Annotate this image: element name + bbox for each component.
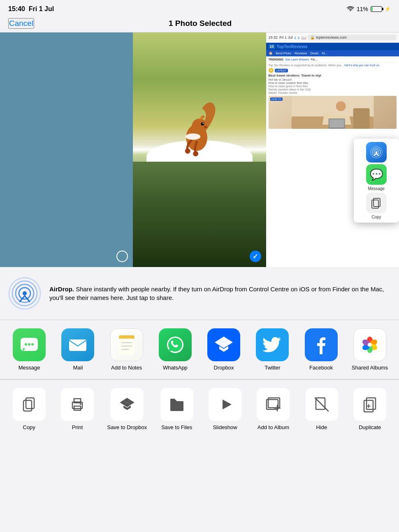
action-item-save-files[interactable]: Save to Files — [158, 388, 195, 430]
action-label-hide: Hide — [316, 424, 327, 430]
blue-photo — [0, 33, 133, 267]
message-popup-label: Message — [368, 186, 385, 191]
status-time-date: 15:40 Fri 1 Jul — [8, 5, 54, 13]
action-label-copy: Copy — [23, 424, 35, 430]
svg-rect-32 — [119, 338, 135, 339]
app-item-facebook[interactable]: Facebook — [303, 328, 340, 371]
svg-point-26 — [25, 343, 27, 346]
app-label-mail: Mail — [73, 365, 83, 371]
app-label-twitter: Twitter — [264, 365, 280, 371]
svg-point-3 — [203, 123, 204, 124]
shared-albums-app-icon — [353, 328, 386, 361]
wifi-icon — [347, 6, 354, 12]
action-item-print[interactable]: Print — [59, 388, 96, 430]
article-2: Hot tub vs Jacuzzi — [269, 78, 397, 81]
app-item-dropbox[interactable]: Dropbox — [205, 328, 242, 371]
article-1: Best travel strollers: Travel in styl — [269, 74, 397, 77]
save-files-action-icon — [160, 388, 193, 421]
photo-cell-2[interactable] — [133, 33, 266, 267]
add-album-action-icon — [257, 388, 290, 421]
action-item-hide[interactable]: Hide — [303, 388, 340, 430]
apps-row: Message Mail Add to Notes — [0, 320, 399, 379]
svg-rect-29 — [69, 339, 86, 351]
howto-image: HOW TO — [269, 96, 397, 129]
svg-point-55 — [80, 403, 81, 405]
latest-tag: LATEST — [275, 69, 288, 72]
copy-popup-label: Copy — [371, 215, 381, 219]
twitter-app-icon — [256, 328, 289, 361]
browser-toolbar: 15:32 Fri 1 Jul ‹ › 📖 🔒 toptenreviews.co… — [266, 33, 399, 43]
svg-point-4 — [204, 126, 208, 128]
select-circle-3[interactable] — [383, 251, 394, 262]
app-label-message: Message — [19, 365, 40, 371]
browser-content-area: TRENDING Gas Lawn Mowers Pat... Top Ten … — [266, 56, 399, 130]
notes-app-icon — [110, 328, 143, 361]
svg-point-11 — [336, 101, 346, 111]
browser-back: ‹ — [294, 34, 296, 41]
squirrel-svg — [173, 68, 226, 197]
message-app-icon — [13, 328, 46, 361]
copy-popup-icon — [366, 193, 387, 213]
svg-marker-62 — [223, 400, 232, 409]
browser-bookmark: 📖 — [301, 35, 306, 40]
status-bar: 15:40 Fri 1 Jul 11% ⚡ — [0, 0, 399, 16]
svg-rect-50 — [26, 398, 34, 409]
svg-rect-51 — [23, 400, 32, 411]
nav-deals: Deals — [310, 51, 318, 55]
charging-bolt-icon: ⚡ — [385, 6, 391, 12]
article-5: Family vacation ideas in the USA — [269, 88, 397, 91]
mail-app-icon — [61, 328, 94, 361]
action-item-add-album[interactable]: Add to Album — [255, 388, 292, 430]
sponsor-note: Top Ten Reviews is supported by its audi… — [269, 64, 397, 67]
browser-date: Fri 1 Jul — [279, 35, 292, 39]
nav-more: M... — [322, 51, 327, 55]
app-item-shared-albums[interactable]: Shared Albums — [351, 328, 388, 371]
message-popup-app-icon: 💬 — [366, 164, 387, 185]
brand-name: TopTenReviews — [277, 44, 308, 49]
nav-reviews: Reviews — [295, 51, 307, 55]
action-label-save-dropbox: Save to Dropbox — [107, 424, 147, 430]
app-item-notes[interactable]: Add to Notes — [108, 328, 145, 371]
app-label-whatsapp: WhatsApp — [163, 365, 188, 371]
svg-point-7 — [186, 133, 200, 140]
battery-percent: 11% — [357, 6, 368, 12]
browser-time: 15:32 — [269, 35, 278, 39]
action-item-duplicate[interactable]: Duplicate — [351, 388, 388, 430]
photo-cell-3[interactable]: 15:32 Fri 1 Jul ‹ › 📖 🔒 toptenreviews.co… — [266, 33, 399, 267]
app-item-mail[interactable]: Mail — [59, 328, 96, 371]
svg-point-24 — [23, 291, 27, 295]
action-label-add-album: Add to Album — [257, 424, 289, 430]
page-title: 1 Photo Selected — [169, 19, 232, 28]
select-circle-2[interactable] — [250, 251, 261, 262]
action-label-slideshow: Slideshow — [213, 424, 237, 430]
app-label-notes: Add to Notes — [111, 365, 142, 371]
svg-point-5 — [185, 148, 190, 153]
svg-point-28 — [31, 343, 34, 346]
action-item-copy[interactable]: Copy — [11, 388, 48, 430]
app-item-twitter[interactable]: Twitter — [254, 328, 291, 371]
print-action-icon — [61, 388, 94, 421]
svg-rect-69 — [367, 398, 376, 409]
svg-point-6 — [193, 151, 198, 156]
svg-point-2 — [201, 122, 204, 125]
action-label-duplicate: Duplicate — [359, 424, 381, 430]
photo-cell-1[interactable] — [0, 33, 133, 267]
article-6: Weber Traveler review — [269, 91, 397, 94]
dropbox-app-icon — [207, 328, 240, 361]
action-item-save-dropbox[interactable]: Save to Dropbox — [107, 388, 147, 430]
duplicate-action-icon — [353, 388, 386, 421]
airdrop-popup-icon — [366, 142, 387, 163]
cancel-button[interactable]: Cancel — [8, 18, 34, 29]
action-item-slideshow[interactable]: Slideshow — [206, 388, 244, 430]
actions-row: Copy Print Save to Dropbox — [0, 380, 399, 439]
app-item-message[interactable]: Message — [11, 328, 48, 371]
status-indicators: 11% ⚡ — [347, 6, 391, 12]
action-label-print: Print — [72, 424, 83, 430]
article-3: How to clean ceramic floor tiles — [269, 81, 397, 84]
app-label-shared-albums: Shared Albums — [352, 365, 388, 371]
app-item-whatsapp[interactable]: WhatsApp — [157, 328, 194, 371]
battery-icon — [371, 6, 382, 12]
browser-articles: TRENDING Gas Lawn Mowers Pat... Top Ten … — [266, 56, 399, 130]
save-dropbox-action-icon — [111, 388, 144, 421]
facebook-app-icon — [305, 328, 338, 361]
